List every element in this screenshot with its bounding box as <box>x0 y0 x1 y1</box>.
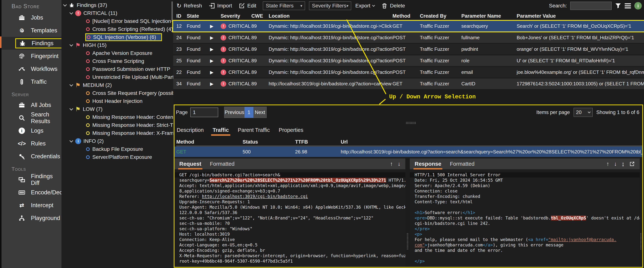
severity-filters-select[interactable]: Severity Filters▾ <box>309 1 351 10</box>
tree-item[interactable]: Cross Site Scripting (Reflected) (4) <box>62 25 173 33</box>
tree-group-info[interactable]: i INFO (2) <box>62 137 173 145</box>
export-button[interactable]: Export <box>355 3 374 9</box>
sidebar-item-all-jobs[interactable]: All Jobs <box>2 99 62 111</box>
traffic-row-selected[interactable]: GET 500 26.98 http://localhost:3019/cgi-… <box>174 147 642 157</box>
tab-properties[interactable]: Properties <box>279 127 303 133</box>
chevron-down-icon[interactable] <box>70 107 73 110</box>
table-row[interactable]: 34 Found ▶ !CRITICAL 89 http://localhost… <box>173 78 644 89</box>
col-header-id[interactable]: ID <box>173 13 187 19</box>
vertical-splitter[interactable] <box>405 158 410 267</box>
col-header-status[interactable]: Status <box>242 139 295 145</box>
col-header-parameter-value[interactable]: Parameter Value <box>517 13 644 19</box>
tree-item-selected[interactable]: SQL Injection (Verbose) (6) <box>62 33 173 41</box>
sidebar-item-rules[interactable]: </> Rules <box>2 137 62 150</box>
chevron-down-icon[interactable] <box>70 43 73 46</box>
sidebar-item-templates[interactable]: ⚙⚙ Templates <box>2 24 62 37</box>
current-page-button[interactable]: 1 <box>244 107 254 118</box>
table-row[interactable]: 24 Found ▶ !CRITICAL 89 Dynamic: http://… <box>173 32 644 43</box>
table-row-selected[interactable]: 12 Found ▶ !CRITICAL 89 Dynamic: http://… <box>173 21 644 31</box>
chevron-down-icon[interactable] <box>70 83 73 86</box>
sidebar-item-intercept[interactable]: ⇄ Intercept <box>2 199 62 212</box>
tab-request[interactable]: Request <box>179 161 201 167</box>
tree-scrollbar[interactable] <box>172 1 173 22</box>
col-header-cwe[interactable]: CWE <box>251 13 269 19</box>
chevron-down-icon[interactable] <box>63 3 67 6</box>
col-header-state[interactable]: State <box>187 13 210 19</box>
filter-funnel-icon[interactable] <box>615 2 621 9</box>
sidebar-item-credentials[interactable]: Credentials <box>2 150 62 163</box>
play-button[interactable]: ▶ <box>210 24 213 29</box>
menu-icon[interactable] <box>625 2 631 9</box>
col-header-method[interactable]: Method <box>392 13 420 19</box>
tree-item[interactable]: Apache Version Exposure <box>62 49 173 57</box>
refresh-button[interactable]: ↻ Refresh <box>176 3 202 9</box>
tree-group-critical[interactable]: ! CRITICAL (11) <box>62 9 173 17</box>
scrollbar-thumb[interactable] <box>640 233 642 250</box>
mailto-link[interactable]: com" <box>415 243 425 247</box>
sidebar-item-playground[interactable]: Playground <box>2 212 62 225</box>
tree-item[interactable]: Unrestricted File Upload (Multi-Part) (1… <box>62 73 173 81</box>
tree-item[interactable]: Cross Site Request Forgery (possible) <box>62 89 173 97</box>
table-row[interactable]: 22 Found ▶ !CRITICAL 89 Dynamic: http://… <box>173 67 644 78</box>
chevron-down-icon[interactable] <box>70 11 73 14</box>
chevron-down-icon[interactable] <box>70 139 73 142</box>
col-header-ttfb[interactable]: TTFB <box>295 139 341 145</box>
col-header-parameter-name[interactable]: Parameter Name <box>461 13 517 19</box>
col-header-severity[interactable]: Severity <box>220 13 251 19</box>
mailto-link[interactable]: "mailto:jvanhoof@barracuda. <box>548 237 616 242</box>
tree-item[interactable]: Missing Response Header: Content-Securit… <box>62 113 173 121</box>
collapse-icon[interactable]: ↨ <box>622 161 624 167</box>
tree-item[interactable]: Missing Response Header: Strict-Transpor… <box>62 121 173 129</box>
tree-group-high[interactable]: ⚑ HIGH (15) <box>62 41 173 49</box>
tree-item[interactable]: Host Header Injection <box>62 97 173 105</box>
previous-page-button[interactable]: Previous <box>224 107 244 118</box>
items-per-page-select[interactable]: 20 <box>574 108 592 117</box>
col-header-created-by[interactable]: Created By <box>420 13 461 19</box>
tree-item[interactable]: Missing Response Header: X-Frame-Options <box>62 129 173 137</box>
tree-item[interactable]: Password Submission over HTTP <box>62 65 173 73</box>
play-button[interactable]: ▶ <box>210 58 213 63</box>
table-row[interactable]: 25 Found ▶ !CRITICAL 89 Dynamic: http://… <box>173 55 644 66</box>
tree-item[interactable]: Server/Platform Exposure <box>62 153 173 161</box>
tree-root-findings[interactable]: Findings (37) <box>62 1 173 9</box>
tree-item[interactable]: [Nuclei] Error based SQL Injection <box>62 17 173 25</box>
scroll-up-icon[interactable]: ↑ <box>606 161 609 167</box>
state-filters-select[interactable]: State Filters▾ <box>263 1 305 10</box>
export-icon[interactable] <box>629 161 635 167</box>
sidebar-item-jobs[interactable]: Jobs <box>2 11 62 24</box>
sidebar-item-fingerprint[interactable]: Fingerprint <box>2 50 62 62</box>
search-input[interactable] <box>570 2 612 10</box>
response-scrollbar[interactable] <box>640 158 642 267</box>
tab-response-formatted[interactable]: Formatted <box>450 161 474 167</box>
col-header-url[interactable]: Url <box>341 139 642 145</box>
sidebar-item-logs[interactable]: i Logs <box>2 124 62 137</box>
horizontal-resize-handle[interactable] <box>406 122 416 124</box>
tab-description[interactable]: Description <box>177 127 204 133</box>
page-input[interactable] <box>190 107 218 117</box>
scroll-down-icon[interactable]: ↓ <box>398 161 400 167</box>
sidebar-item-workflows[interactable]: Workflows <box>2 62 62 75</box>
sidebar-item-findings[interactable]: Findings <box>2 37 62 50</box>
info-badge-icon[interactable]: i <box>634 2 642 9</box>
col-header-method[interactable]: Method <box>176 139 242 145</box>
edit-button[interactable]: Edit <box>239 2 256 9</box>
play-button[interactable]: ▶ <box>210 47 213 52</box>
splitter-grip[interactable] <box>406 233 408 250</box>
tab-traffic[interactable]: Traffic <box>212 127 229 133</box>
tree-group-medium[interactable]: ⚑ MEDIUM (2) <box>62 81 173 89</box>
tree-item[interactable]: Backup File Exposure <box>62 145 173 153</box>
tree-item[interactable]: Cross Frame Scripting <box>62 57 173 65</box>
tab-response[interactable]: Response <box>415 161 441 167</box>
scroll-down-icon[interactable]: ↓ <box>614 161 617 167</box>
tab-parent-traffic[interactable]: Parent Traffic <box>238 127 270 133</box>
play-button[interactable]: ▶ <box>210 35 213 40</box>
referer-link[interactable]: http://localhost:3019/cgi-bin/badstore.c… <box>202 194 308 199</box>
import-button[interactable]: Import <box>209 2 232 9</box>
request-body[interactable]: GET /cgi-bin/badstore.cgi?action=search&… <box>174 169 405 267</box>
sidebar-item-search-results[interactable]: Search Results <box>2 111 62 124</box>
sidebar-item-encode-decode[interactable]: Encode/Decode <box>2 186 62 199</box>
table-row[interactable]: 23 Found ▶ !CRITICAL 89 Dynamic: http://… <box>173 44 644 54</box>
delete-button[interactable]: Delete <box>381 2 405 9</box>
play-button[interactable]: ▶ <box>210 70 213 75</box>
sidebar-item-traffic[interactable]: Traffic <box>2 75 62 88</box>
